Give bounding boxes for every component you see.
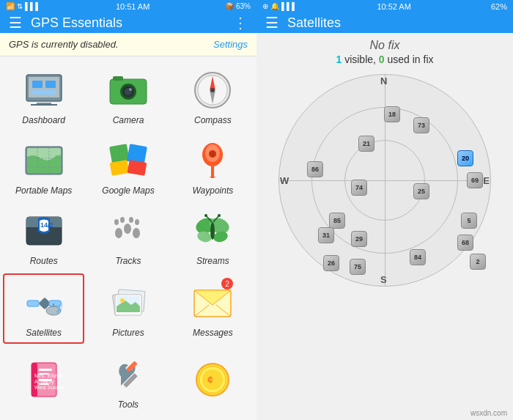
apps-grid: Dashboard Camera [0,56,256,420]
app-satellites[interactable]: Satellites [3,273,84,344]
settings-link[interactable]: Settings [213,39,248,50]
app-pictures[interactable]: Pictures [87,273,169,344]
satellite-21: 21 [358,136,374,152]
routes-icon: 14/2 [22,211,66,251]
app-tracks[interactable]: Tracks [87,203,169,270]
satellite-31: 31 [318,227,334,243]
pictures-icon [106,283,150,323]
satellite-84: 84 [410,249,426,265]
compass-east: E [483,175,490,186]
svg-rect-8 [113,76,123,81]
navbars: ☰ GPS Essentials ⋮ ☰ Satellites [0,12,513,33]
google-maps-icon [108,141,149,180]
satellites-icon-wrap [22,281,66,325]
svg-rect-5 [45,81,56,88]
svg-point-12 [129,88,132,91]
svg-point-41 [135,219,139,225]
streams-icon [191,211,234,251]
gps-icon: ⊕ [262,2,268,10]
satellite-25: 25 [413,183,429,199]
status-bars: 📶 ⇅ ▌▌▌ 10:51 AM 📦 63% ⊕ 🔔 ▌▌▌ 10:52 AM … [0,0,513,12]
svg-point-37 [133,228,140,238]
overflow-menu[interactable]: ⋮ [233,14,248,32]
app-tools[interactable]: Tools [87,347,169,414]
pictures-icon-wrap [106,281,150,325]
messages-label: Messages [193,328,233,338]
portable-maps-icon [23,142,65,179]
svg-text:¢: ¢ [207,374,213,386]
fix-info: 1 visible, 0 used in fix [336,54,433,65]
app-google-maps[interactable]: Google Maps [87,133,169,200]
right-battery: 62% [491,2,507,11]
tracks-icon-wrap [106,209,150,253]
coins-icon-wrap: ¢ [191,358,235,402]
satellite-20: 20 [457,150,473,166]
satellite-2: 2 [470,254,486,270]
satellite-26: 26 [323,255,339,271]
app-coins[interactable]: ¢ [172,347,254,414]
camera-icon-wrap [106,68,150,112]
svg-rect-66 [39,369,52,371]
satellite-75: 75 [350,259,366,275]
watermark: wsxdn.com [470,409,507,417]
gps-warning-text: GPS is currently disabled. [9,39,119,50]
navbar-left: ☰ GPS Essentials ⋮ [0,12,256,33]
svg-point-30 [209,150,216,158]
tracks-icon [108,211,148,251]
visible-count: 1 [336,54,342,65]
satellite-29: 29 [351,231,367,247]
satellite-69: 69 [467,172,483,188]
waypoints-icon [194,140,231,181]
dashboard-icon-wrap [22,68,66,112]
svg-point-35 [115,228,122,238]
app-waypoints[interactable]: Waypoints [172,133,254,200]
radar: N S E W 18732186742520698531295267584682 [278,74,491,287]
dashboard-icon [23,72,64,108]
right-status-icons: ⊕ 🔔 ▌▌▌ [262,2,297,10]
left-battery: 63% [236,2,251,10]
svg-point-39 [120,217,125,223]
compass-label: Compass [194,115,232,125]
signal-bars-right: ▌▌▌ [281,2,297,10]
tools-label: Tools [118,399,139,410]
hamburger-menu-left[interactable]: ☰ [9,14,22,32]
wifi-icon: 📶 [6,2,15,10]
svg-point-50 [218,214,221,217]
status-bar-right: ⊕ 🔔 ▌▌▌ 10:52 AM 62% [256,0,513,12]
compass-north: N [380,75,387,86]
compass-south: S [380,274,387,285]
alarm-icon: 🔔 [270,2,279,10]
app-streams[interactable]: Streams [172,203,254,270]
svg-rect-52 [27,301,39,306]
main-content: GPS is currently disabled. Settings [0,33,513,420]
svg-text:Mrs. Elizabeth: Mrs. Elizabeth [34,372,64,379]
app-messages[interactable]: 2 Messages [172,273,254,344]
address-book-icon-wrap: Mrs. Elizabeth A. Gilroy West Sussex [22,358,66,402]
app-address-book[interactable]: Mrs. Elizabeth A. Gilroy West Sussex [3,347,84,414]
svg-point-36 [124,224,131,234]
right-time: 10:52 AM [377,2,410,11]
app-dashboard[interactable]: Dashboard [3,62,84,130]
svg-point-49 [204,214,207,217]
app-portable-maps[interactable]: Portable Maps [3,133,84,200]
satellite-74: 74 [351,180,367,196]
dashboard-label: Dashboard [22,115,65,125]
satellites-label: Satellites [26,328,62,338]
streams-label: Streams [196,256,229,266]
app-compass[interactable]: Compass [172,62,254,130]
hamburger-menu-right[interactable]: ☰ [265,14,278,32]
right-panel: No fix 1 visible, 0 used in fix N S E W … [256,33,513,420]
app-camera[interactable]: Camera [87,62,169,130]
routes-label: Routes [30,256,58,266]
messages-icon [191,284,234,321]
tracks-label: Tracks [115,256,141,266]
svg-point-17 [210,88,215,92]
app-routes[interactable]: 14/2 Routes [3,203,84,270]
left-time: 10:51 AM [116,2,150,11]
portable-maps-icon-wrap [22,139,66,183]
satellite-86: 86 [307,161,323,177]
svg-rect-4 [32,81,43,88]
sync-icon: ⇅ [17,2,23,10]
used-count: 0 [379,54,385,65]
satellite-18: 18 [384,106,400,122]
